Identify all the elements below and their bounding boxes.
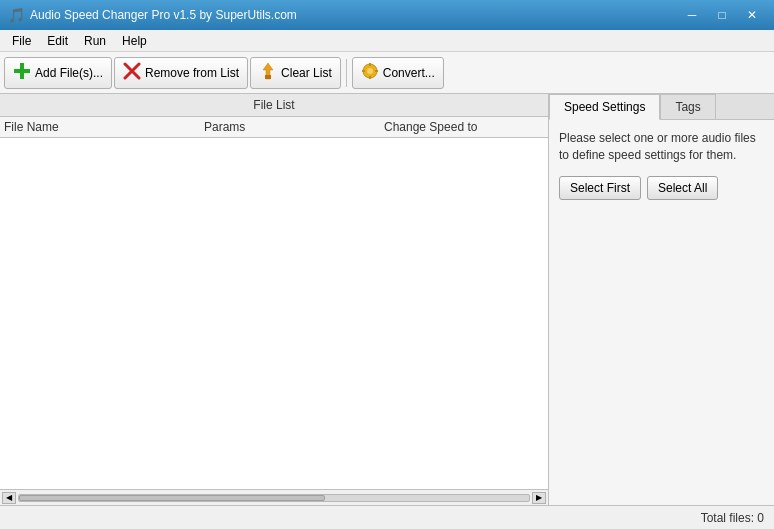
menu-help[interactable]: Help: [114, 32, 155, 50]
menu-edit[interactable]: Edit: [39, 32, 76, 50]
app-icon: 🎵: [8, 7, 24, 23]
speed-settings-instruction: Please select one or more audio files to…: [559, 130, 764, 164]
status-bar: Total files: 0: [0, 505, 774, 529]
add-icon: [13, 62, 31, 83]
scroll-thumb[interactable]: [19, 495, 325, 501]
svg-rect-1: [14, 69, 30, 73]
add-files-label: Add File(s)...: [35, 66, 103, 80]
select-buttons: Select First Select All: [559, 176, 764, 200]
remove-button[interactable]: Remove from List: [114, 57, 248, 89]
svg-rect-11: [375, 70, 378, 72]
svg-rect-8: [369, 63, 371, 66]
remove-label: Remove from List: [145, 66, 239, 80]
svg-rect-9: [369, 76, 371, 79]
right-panel: Speed Settings Tags Please select one or…: [549, 94, 774, 505]
convert-button[interactable]: Convert...: [352, 57, 444, 89]
scroll-right-arrow[interactable]: ▶: [532, 492, 546, 504]
file-list-columns: File Name Params Change Speed to: [0, 117, 548, 138]
main-content: File List File Name Params Change Speed …: [0, 94, 774, 505]
title-controls: ─ □ ✕: [678, 4, 766, 26]
add-files-button[interactable]: Add File(s)...: [4, 57, 112, 89]
convert-label: Convert...: [383, 66, 435, 80]
total-files-label: Total files: 0: [701, 511, 764, 525]
col-filename-header: File Name: [4, 120, 204, 134]
svg-point-7: [367, 68, 373, 74]
toolbar-separator: [346, 59, 347, 87]
title-left: 🎵 Audio Speed Changer Pro v1.5 by SuperU…: [8, 7, 297, 23]
file-list-content[interactable]: [0, 138, 548, 489]
clear-label: Clear List: [281, 66, 332, 80]
col-params-header: Params: [204, 120, 384, 134]
col-speed-header: Change Speed to: [384, 120, 544, 134]
clear-button[interactable]: Clear List: [250, 57, 341, 89]
svg-rect-5: [265, 75, 271, 79]
menu-bar: File Edit Run Help: [0, 30, 774, 52]
tab-speed-settings[interactable]: Speed Settings: [549, 94, 660, 120]
right-panel-content: Please select one or more audio files to…: [549, 120, 774, 505]
file-list-panel: File List File Name Params Change Speed …: [0, 94, 549, 505]
close-button[interactable]: ✕: [738, 4, 766, 26]
clear-icon: [259, 62, 277, 83]
tab-tags[interactable]: Tags: [660, 94, 715, 120]
title-bar: 🎵 Audio Speed Changer Pro v1.5 by SuperU…: [0, 0, 774, 30]
horizontal-scrollbar[interactable]: ◀ ▶: [0, 489, 548, 505]
right-panel-tabs: Speed Settings Tags: [549, 94, 774, 120]
app-title: Audio Speed Changer Pro v1.5 by SuperUti…: [30, 8, 297, 22]
menu-file[interactable]: File: [4, 32, 39, 50]
menu-run[interactable]: Run: [76, 32, 114, 50]
scroll-left-arrow[interactable]: ◀: [2, 492, 16, 504]
remove-icon: [123, 62, 141, 83]
select-first-button[interactable]: Select First: [559, 176, 641, 200]
scroll-track[interactable]: [18, 494, 530, 502]
toolbar: Add File(s)... Remove from List Clear Li…: [0, 52, 774, 94]
convert-icon: [361, 62, 379, 83]
file-list-header: File List: [0, 94, 548, 117]
svg-rect-10: [362, 70, 365, 72]
select-all-button[interactable]: Select All: [647, 176, 718, 200]
minimize-button[interactable]: ─: [678, 4, 706, 26]
maximize-button[interactable]: □: [708, 4, 736, 26]
